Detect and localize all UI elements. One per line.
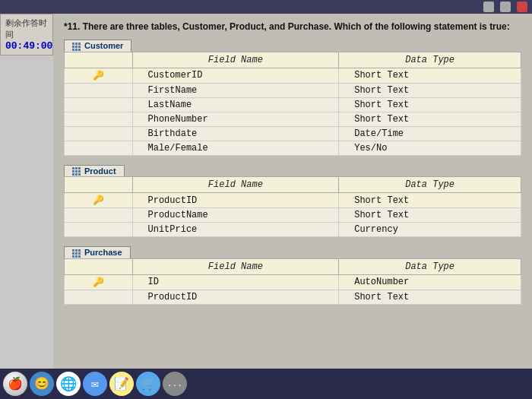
field-name-cell: ProductID [132, 193, 339, 208]
taskbar-store-icon[interactable]: 🛒 [136, 372, 160, 396]
col-field-name: Field Name [132, 177, 339, 193]
table-row: 🔑ProductIDShort Text [65, 193, 521, 208]
db-table-purchase: Field NameData Type🔑IDAutoNumberProductI… [64, 258, 521, 305]
db-table-product: Field NameData Type🔑ProductIDShort TextP… [64, 176, 521, 237]
data-type-cell: Currency [339, 223, 521, 237]
tables-area: CustomerField NameData Type🔑CustomerIDSh… [64, 40, 521, 305]
table-icon-customer [72, 43, 81, 51]
data-type-cell: Short Text [339, 208, 521, 223]
table-customer: CustomerField NameData Type🔑CustomerIDSh… [64, 40, 521, 156]
col-data-type: Data Type [339, 177, 521, 193]
timer-label: 剩余作答时间 [5, 17, 48, 40]
table-row: BirthdateDate/Time [65, 126, 521, 141]
row-selector-0: 🔑 [65, 274, 133, 290]
table-icon-purchase [72, 249, 81, 258]
taskbar-finder-icon[interactable]: 😊 [30, 372, 54, 396]
col-selector-header [65, 52, 133, 68]
maximize-btn[interactable] [500, 2, 511, 12]
field-name-cell: LastName [132, 97, 339, 112]
taskbar-notes-icon[interactable]: 📝 [109, 372, 134, 396]
taskbar-chrome-icon[interactable]: 🌐 [56, 372, 81, 396]
data-type-cell: AutoNumber [339, 274, 521, 290]
table-title-purchase: Purchase [84, 248, 122, 257]
data-type-cell: Yes/No [339, 141, 521, 155]
table-row: 🔑CustomerIDShort Text [65, 68, 521, 83]
taskbar: 🍎 😊 🌐 ✉ 📝 🛒 ... [0, 369, 532, 399]
data-type-cell: Short Text [339, 68, 521, 83]
data-type-cell: Short Text [339, 290, 521, 304]
table-row: PhoneNumberShort Text [65, 112, 521, 126]
row-selector-1 [65, 208, 133, 223]
main-content: *11. There are three tables, Customer, P… [53, 14, 532, 369]
field-name-cell: Birthdate [132, 126, 339, 141]
db-table-customer: Field NameData Type🔑CustomerIDShort Text… [64, 52, 521, 156]
taskbar-misc-icon[interactable]: ... [163, 372, 187, 396]
field-name-cell: PhoneNumber [132, 112, 339, 126]
row-selector-1 [65, 83, 133, 97]
row-selector-2 [65, 223, 133, 237]
timer-panel: 剩余作答时间 00:49:00 [0, 14, 53, 55]
table-row: FirstNameShort Text [65, 83, 521, 97]
col-selector-header [65, 258, 133, 274]
field-name-cell: UnitPrice [132, 223, 339, 237]
table-title-product: Product [84, 166, 116, 176]
row-selector-0: 🔑 [65, 68, 133, 83]
data-type-cell: Short Text [339, 83, 521, 97]
table-row: UnitPriceCurrency [65, 223, 521, 237]
table-row: Male/FemaleYes/No [65, 141, 521, 155]
table-row: ProductNameShort Text [65, 208, 521, 223]
col-selector-header [65, 177, 133, 193]
row-selector-3 [65, 112, 133, 126]
table-row: 🔑IDAutoNumber [65, 274, 521, 290]
row-selector-2 [65, 97, 133, 112]
timer-value: 00:49:00 [5, 40, 48, 52]
field-name-cell: FirstName [132, 83, 339, 97]
table-row: LastNameShort Text [65, 97, 521, 112]
data-type-cell: Short Text [339, 112, 521, 126]
table-icon-product [72, 167, 81, 176]
col-data-type: Data Type [339, 258, 521, 274]
minimize-btn[interactable] [483, 2, 494, 12]
table-title-customer: Customer [84, 41, 123, 50]
row-selector-0: 🔑 [65, 193, 133, 208]
data-type-cell: Short Text [339, 97, 521, 112]
col-data-type: Data Type [339, 52, 521, 68]
field-name-cell: Male/Female [132, 141, 339, 155]
top-bar [0, 0, 532, 14]
table-product: ProductField NameData Type🔑ProductIDShor… [64, 165, 521, 238]
col-field-name: Field Name [132, 258, 339, 274]
taskbar-mail-icon[interactable]: ✉ [83, 372, 107, 396]
question-text: *11. There are three tables, Customer, P… [64, 21, 521, 32]
close-btn[interactable] [517, 2, 527, 12]
field-name-cell: ID [132, 274, 339, 290]
taskbar-apple-icon[interactable]: 🍎 [3, 372, 27, 396]
table-row: ProductIDShort Text [65, 290, 521, 304]
table-purchase: PurchaseField NameData Type🔑IDAutoNumber… [64, 246, 521, 305]
data-type-cell: Short Text [339, 193, 521, 208]
row-selector-5 [65, 141, 133, 155]
field-name-cell: CustomerID [132, 68, 339, 83]
field-name-cell: ProductName [132, 208, 339, 223]
data-type-cell: Date/Time [339, 126, 521, 141]
row-selector-4 [65, 126, 133, 141]
col-field-name: Field Name [132, 52, 339, 68]
field-name-cell: ProductID [132, 290, 339, 304]
row-selector-1 [65, 290, 133, 304]
